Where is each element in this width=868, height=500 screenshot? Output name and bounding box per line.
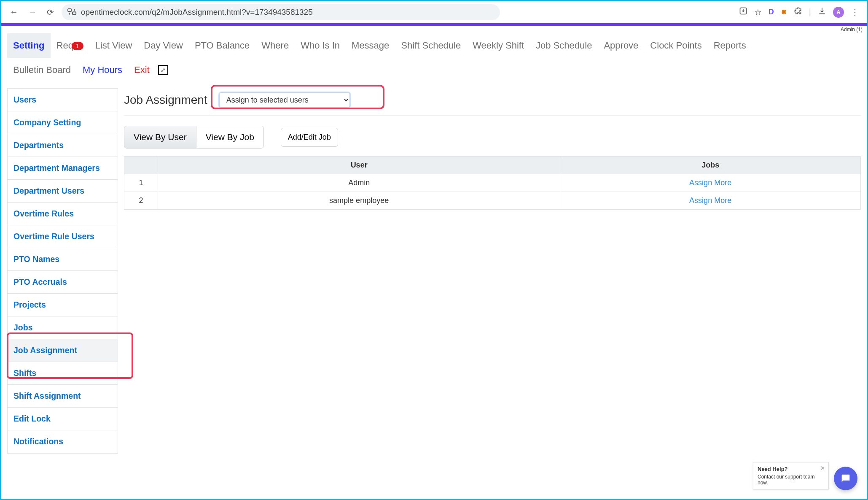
row-number: 1	[124, 174, 158, 192]
sidebar-item-users[interactable]: Users	[8, 89, 118, 111]
nav-exit[interactable]: Exit	[128, 58, 156, 82]
nav-setting[interactable]: Setting	[7, 33, 51, 58]
admin-indicator: Admin (1)	[1, 26, 867, 33]
sidebar-item-jobs[interactable]: Jobs	[8, 316, 118, 339]
sidebar-item-projects[interactable]: Projects	[8, 294, 118, 316]
view-toolbar: View By User View By Job Add/Edit Job	[124, 116, 861, 156]
nav-my-hours[interactable]: My Hours	[77, 58, 128, 82]
row-jobs: Assign More	[560, 174, 861, 192]
extension-orange-icon[interactable]: ✸	[781, 8, 787, 17]
nav-where[interactable]: Where	[255, 33, 295, 58]
back-button[interactable]: ←	[7, 5, 21, 19]
url-bar[interactable]: opentimeclock.com/q2/mJobAssignment.html…	[62, 4, 500, 20]
svg-point-7	[847, 477, 849, 478]
sidebar-item-edit-lock[interactable]: Edit Lock	[8, 408, 118, 430]
nav-clock-points[interactable]: Clock Points	[644, 33, 707, 58]
row-jobs: Assign More	[560, 192, 861, 210]
extensions-puzzle-icon[interactable]	[794, 7, 802, 17]
settings-sidebar: UsersCompany SettingDepartmentsDepartmen…	[7, 88, 118, 454]
nav-weekly-shift[interactable]: Weekly Shift	[467, 33, 530, 58]
fullscreen-icon[interactable]: ⤢	[158, 65, 168, 75]
nav-badge: 1	[72, 42, 83, 50]
nav-job-schedule[interactable]: Job Schedule	[530, 33, 598, 58]
assign-select-wrap: Assign to selected users	[219, 92, 350, 108]
view-by-job-tab[interactable]: View By Job	[196, 126, 264, 149]
sidebar-item-pto-names[interactable]: PTO Names	[8, 248, 118, 271]
nav-list-view[interactable]: List View	[89, 33, 138, 58]
main-panel: Job Assignment Assign to selected users …	[124, 88, 861, 454]
page-title-row: Job Assignment Assign to selected users	[124, 88, 861, 116]
sidebar-item-job-assignment[interactable]: Job Assignment	[8, 339, 118, 362]
col-num	[124, 157, 158, 174]
svg-rect-1	[73, 12, 76, 14]
nav-day-view[interactable]: Day View	[138, 33, 189, 58]
add-edit-job-button[interactable]: Add/Edit Job	[281, 128, 338, 147]
site-settings-icon[interactable]	[67, 8, 77, 16]
assignment-table: UserJobs 1AdminAssign More2sample employ…	[124, 156, 861, 210]
nav-pto-balance[interactable]: PTO Balance	[189, 33, 255, 58]
col-user: User	[158, 157, 560, 174]
nav-approve[interactable]: Approve	[598, 33, 644, 58]
row-user: sample employee	[158, 192, 560, 210]
table-row: 2sample employeeAssign More	[124, 192, 861, 210]
nav-who-is-in[interactable]: Who Is In	[295, 33, 346, 58]
table-row: 1AdminAssign More	[124, 174, 861, 192]
sidebar-item-shifts[interactable]: Shifts	[8, 362, 118, 385]
forward-button[interactable]: →	[26, 5, 39, 19]
url-text: opentimeclock.com/q2/mJobAssignment.html…	[81, 8, 313, 17]
row-user: Admin	[158, 174, 560, 192]
extension-d-icon[interactable]: D	[769, 8, 774, 16]
svg-rect-0	[68, 9, 71, 11]
assign-more-link[interactable]: Assign More	[689, 196, 731, 205]
sidebar-item-company-setting[interactable]: Company Setting	[8, 111, 118, 134]
help-title: Need Help?	[758, 466, 824, 472]
svg-point-5	[844, 477, 845, 478]
download-icon[interactable]	[818, 7, 826, 17]
col-jobs: Jobs	[560, 157, 861, 174]
assign-more-link[interactable]: Assign More	[689, 178, 731, 187]
divider: |	[809, 7, 811, 17]
nav-shift-schedule[interactable]: Shift Schedule	[395, 33, 467, 58]
nav-bulletin-board[interactable]: Bulletin Board	[7, 58, 77, 82]
help-popover: ✕ Need Help? Contact our support team no…	[753, 462, 829, 489]
reload-button[interactable]: ⟳	[44, 5, 56, 20]
row-number: 2	[124, 192, 158, 210]
help-text: Contact our support team now.	[758, 474, 824, 486]
profile-avatar[interactable]: A	[833, 7, 844, 18]
browser-toolbar: ← → ⟳ opentimeclock.com/q2/mJobAssignmen…	[1, 1, 867, 23]
install-app-icon[interactable]	[739, 7, 747, 17]
content-area: UsersCompany SettingDepartmentsDepartmen…	[1, 82, 867, 459]
top-nav: SettingReq1List ViewDay ViewPTO BalanceW…	[1, 33, 867, 82]
nav-reports[interactable]: Reports	[708, 33, 752, 58]
help-close-icon[interactable]: ✕	[820, 465, 825, 471]
bookmark-star-icon[interactable]: ☆	[754, 7, 762, 17]
page-title: Job Assignment	[124, 93, 207, 107]
sidebar-item-department-managers[interactable]: Department Managers	[8, 157, 118, 180]
sidebar-item-departments[interactable]: Departments	[8, 134, 118, 157]
browser-menu-icon[interactable]: ⋮	[851, 7, 859, 17]
svg-point-6	[846, 477, 847, 478]
sidebar-item-overtime-rules[interactable]: Overtime Rules	[8, 203, 118, 225]
sidebar-item-pto-accruals[interactable]: PTO Accruals	[8, 271, 118, 294]
nav-message[interactable]: Message	[346, 33, 395, 58]
chat-fab[interactable]	[834, 467, 857, 490]
assign-mode-select[interactable]: Assign to selected users	[219, 92, 350, 108]
sidebar-item-overtime-rule-users[interactable]: Overtime Rule Users	[8, 225, 118, 248]
chat-icon	[840, 473, 852, 484]
sidebar-item-notifications[interactable]: Notifications	[8, 430, 118, 453]
view-by-user-tab[interactable]: View By User	[124, 126, 196, 149]
sidebar-item-shift-assignment[interactable]: Shift Assignment	[8, 385, 118, 408]
sidebar-item-department-users[interactable]: Department Users	[8, 180, 118, 203]
nav-req[interactable]: Req1	[51, 33, 89, 58]
view-tab-group: View By User View By Job	[124, 126, 264, 149]
